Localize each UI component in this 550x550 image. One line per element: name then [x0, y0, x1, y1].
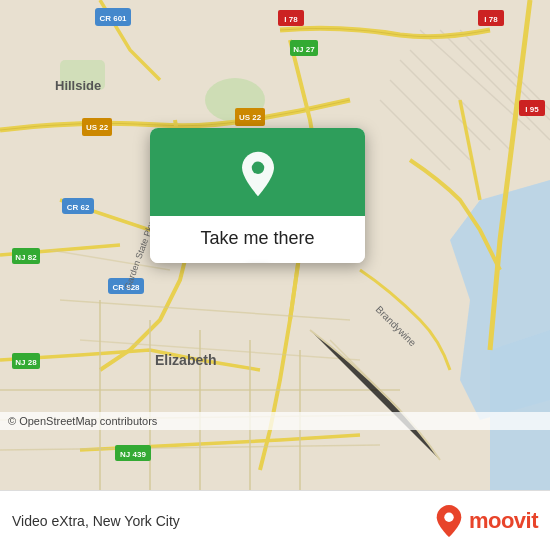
location-pin-icon	[234, 150, 282, 198]
svg-text:Hillside: Hillside	[55, 78, 101, 93]
svg-text:I 78: I 78	[484, 15, 498, 24]
moovit-brand-text: moovit	[469, 508, 538, 534]
svg-marker-2	[490, 330, 550, 490]
popup-card[interactable]: Take me there	[150, 128, 365, 263]
map-area[interactable]: CR 601 I 78 I 78 US 22 US 22 I 95 NJ 27 …	[0, 0, 550, 490]
svg-text:CR 601: CR 601	[99, 14, 127, 23]
svg-point-53	[444, 512, 453, 521]
svg-text:I 95: I 95	[525, 105, 539, 114]
moovit-logo: moovit	[435, 504, 538, 538]
popup-header	[150, 128, 365, 216]
svg-text:I 78: I 78	[284, 15, 298, 24]
svg-text:Elizabeth: Elizabeth	[155, 352, 216, 368]
svg-text:US 22: US 22	[86, 123, 109, 132]
svg-text:CR 62: CR 62	[67, 203, 90, 212]
svg-point-52	[251, 162, 263, 174]
moovit-pin-icon	[435, 504, 463, 538]
svg-text:NJ 27: NJ 27	[293, 45, 315, 54]
take-me-there-label: Take me there	[150, 216, 365, 263]
svg-text:US 22: US 22	[239, 113, 262, 122]
map-attribution: © OpenStreetMap contributors	[0, 412, 550, 430]
svg-text:NJ 28: NJ 28	[15, 358, 37, 367]
svg-text:NJ 439: NJ 439	[120, 450, 146, 459]
app-name-label: Video eXtra, New York City	[12, 513, 180, 529]
bottom-bar: Video eXtra, New York City moovit	[0, 490, 550, 550]
svg-text:NJ 82: NJ 82	[15, 253, 37, 262]
